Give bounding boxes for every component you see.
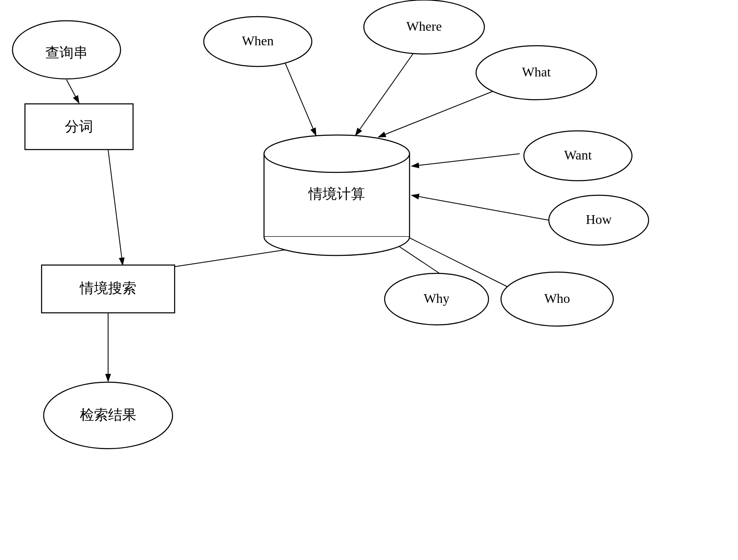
svg-line-5 <box>283 57 316 135</box>
where-label: Where <box>406 19 442 34</box>
query-string-label: 查询串 <box>45 45 88 60</box>
svg-line-7 <box>378 87 503 137</box>
context-calc-top <box>264 135 410 172</box>
svg-line-1 <box>67 80 79 103</box>
who-label: Who <box>544 291 570 306</box>
svg-line-9 <box>412 195 549 220</box>
what-label: What <box>522 64 550 79</box>
why-label: Why <box>424 291 449 306</box>
svg-line-8 <box>412 154 520 166</box>
context-calc-bottom <box>264 237 410 255</box>
how-label: How <box>586 212 612 227</box>
word-seg-label: 分词 <box>65 119 93 134</box>
context-search-label: 情境搜索 <box>79 280 136 296</box>
want-label: Want <box>564 147 592 162</box>
when-label: When <box>242 33 274 48</box>
search-result-label: 检索结果 <box>80 407 136 422</box>
svg-line-2 <box>108 150 123 265</box>
svg-line-6 <box>355 50 416 135</box>
context-calc-label: 情境计算 <box>308 186 365 201</box>
